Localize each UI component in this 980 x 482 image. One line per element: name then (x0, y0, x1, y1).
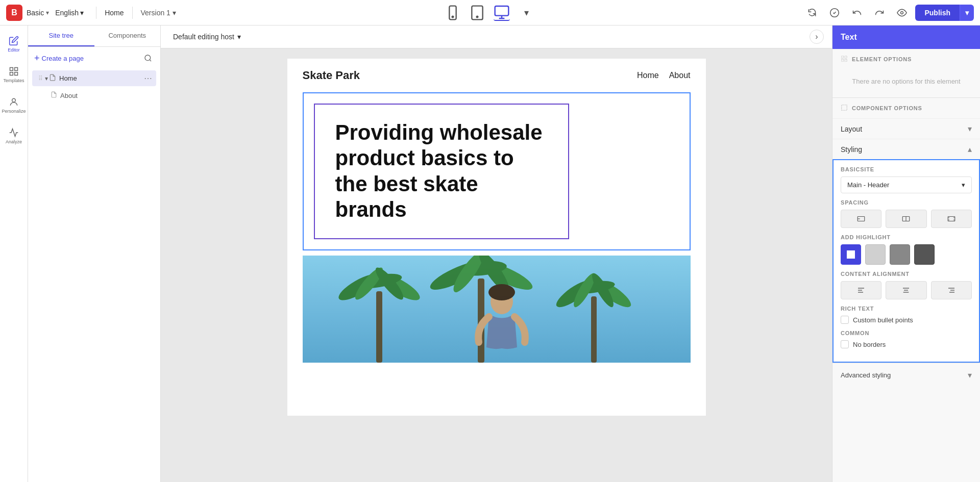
language-selector[interactable]: English ▾ (51, 7, 88, 19)
svg-point-12 (145, 55, 151, 61)
element-options-label: ELEMENT OPTIONS (852, 56, 912, 62)
sidebar-search-button[interactable] (142, 52, 154, 64)
editing-host-label: Default editing host (173, 33, 234, 41)
preview-image-section (303, 256, 691, 363)
nav-analyze-label: Analyze (6, 139, 22, 144)
advanced-styling-section[interactable]: Advanced styling ▾ (832, 363, 980, 387)
preview-hero-text-box[interactable]: Providing wholesale product basics to th… (314, 104, 569, 239)
svg-rect-4 (495, 6, 509, 16)
alignment-controls (841, 281, 972, 299)
brand-basic: Basic (27, 9, 44, 17)
layout-row[interactable]: Layout ▾ (832, 118, 980, 139)
svg-rect-14 (376, 291, 382, 363)
publish-btn-group: Publish ▾ (915, 5, 974, 21)
component-options-label: COMPONENT OPTIONS (852, 105, 922, 111)
tree-item-more-icon[interactable]: ⋯ (144, 73, 152, 83)
dropdown-main-header[interactable]: Main - Header ▾ (841, 176, 972, 193)
tree-chevron-icon[interactable]: ▾ (45, 75, 48, 82)
align-right-button[interactable] (931, 281, 972, 299)
align-center-button[interactable] (886, 281, 926, 299)
svg-rect-10 (15, 72, 18, 75)
tree-item-about[interactable]: About (32, 88, 156, 103)
svg-point-3 (477, 16, 478, 17)
nav-templates[interactable]: Templates (3, 60, 25, 89)
styling-row[interactable]: Styling ▴ (832, 139, 980, 159)
sidebar: Site tree Components + Create a page ⠿ ▾… (28, 26, 161, 482)
editing-host-selector[interactable]: Default editing host ▾ (169, 31, 245, 43)
no-borders-checkbox[interactable] (841, 340, 849, 348)
version-selector[interactable]: Version 1 ▾ (141, 9, 176, 17)
no-borders-row: No borders (841, 340, 972, 348)
styling-panel: BASICSITE Main - Header ▾ SPACING (832, 159, 980, 363)
tree-item-home-label: Home (59, 74, 144, 82)
highlight-medium-button[interactable] (890, 244, 910, 265)
component-options-header[interactable]: COMPONENT OPTIONS (832, 98, 980, 118)
sidebar-tabs: Site tree Components (28, 26, 160, 47)
device-more-icon[interactable]: ▾ (518, 5, 534, 21)
brand-basic-dropdown[interactable]: ▾ (46, 9, 49, 16)
spacing-left-button[interactable] (841, 210, 881, 228)
mobile-icon[interactable] (445, 5, 461, 21)
topbar-right: Publish ▾ (803, 4, 974, 22)
nav-editor[interactable]: Editor (3, 30, 25, 58)
desktop-icon[interactable] (494, 5, 510, 21)
tab-site-tree[interactable]: Site tree (28, 26, 94, 46)
highlight-dark-button[interactable] (914, 244, 935, 265)
custom-bullet-row: Custom bullet points (841, 316, 972, 324)
preview-hero-section[interactable]: Providing wholesale product basics to th… (303, 92, 691, 250)
layout-label: Layout (841, 125, 862, 133)
preview-nav: Home About (637, 71, 691, 80)
nav-personalize[interactable]: Personalize (3, 91, 25, 119)
publish-button[interactable]: Publish (915, 5, 960, 21)
nav-personalize-label: Personalize (2, 109, 26, 114)
advanced-styling-chevron-icon: ▾ (968, 370, 972, 380)
right-panel: Text ELEMENT OPTIONS There are no option… (832, 26, 980, 482)
preview-header: Skate Park Home About (287, 59, 706, 87)
brand-group: Basic ▾ English ▾ (27, 7, 88, 19)
styling-label: Styling (841, 145, 862, 154)
hero-text[interactable]: Providing wholesale product basics to th… (335, 120, 548, 223)
spacing-center-button[interactable] (886, 210, 926, 228)
nav-analyze[interactable]: Analyze (3, 121, 25, 150)
redo-button[interactable] (870, 4, 889, 22)
page-icon (49, 74, 56, 83)
element-options-header[interactable]: ELEMENT OPTIONS (832, 49, 980, 69)
svg-rect-8 (15, 67, 18, 70)
svg-rect-38 (842, 105, 847, 111)
tree-item-home[interactable]: ⠿ ▾ Home ⋯ (32, 70, 156, 86)
create-page-button[interactable]: + Create a page (34, 53, 84, 64)
language-label: English (55, 9, 79, 17)
main-layout: Editor Templates Personalize Analyze Sit… (0, 26, 980, 482)
highlight-light-button[interactable] (865, 244, 886, 265)
editing-bar: Default editing host ▾ › (161, 26, 832, 48)
undo-button[interactable] (848, 4, 866, 22)
svg-rect-43 (948, 217, 955, 221)
highlight-white-button[interactable] (841, 244, 861, 265)
refresh-button[interactable] (803, 4, 821, 22)
editing-host-chevron: ▾ (237, 33, 241, 41)
logo[interactable]: B (6, 5, 22, 21)
element-options-body: There are no options for this element (832, 69, 980, 97)
spacing-custom-button[interactable] (931, 210, 972, 228)
custom-bullet-checkbox[interactable] (841, 316, 849, 324)
nav-about-link[interactable]: About (669, 71, 691, 80)
rich-text-label: RICH TEXT (841, 306, 972, 312)
check-button[interactable] (825, 4, 844, 22)
styling-chevron-icon: ▴ (968, 144, 972, 154)
no-options-text: There are no options for this element (841, 73, 972, 89)
advanced-styling-label: Advanced styling (841, 371, 891, 379)
svg-rect-26 (591, 296, 597, 363)
preview-button[interactable] (893, 4, 911, 22)
component-options-section: COMPONENT OPTIONS Layout ▾ Styling ▴ BAS… (832, 98, 980, 363)
editing-expand-button[interactable]: › (810, 30, 824, 44)
alignment-label: CONTENT ALIGNMENT (841, 271, 972, 277)
publish-dropdown-button[interactable]: ▾ (960, 5, 974, 21)
align-left-button[interactable] (841, 281, 881, 299)
version-chevron: ▾ (173, 9, 176, 17)
language-chevron: ▾ (80, 9, 84, 17)
tab-components[interactable]: Components (94, 26, 161, 46)
canvas-area[interactable]: Skate Park Home About Providing wholesal… (161, 48, 832, 482)
nav-home-link[interactable]: Home (637, 71, 659, 80)
tablet-icon[interactable] (469, 5, 485, 21)
svg-rect-44 (847, 250, 855, 259)
